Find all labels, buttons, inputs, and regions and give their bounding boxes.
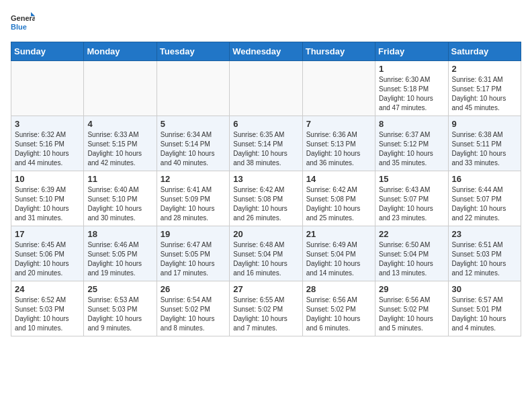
- calendar-day-cell: 30Sunrise: 6:57 AMSunset: 5:01 PMDayligh…: [448, 281, 521, 336]
- day-header-saturday: Saturday: [448, 42, 521, 61]
- calendar-day-cell: 23Sunrise: 6:51 AMSunset: 5:03 PMDayligh…: [448, 226, 521, 281]
- day-header-thursday: Thursday: [302, 42, 375, 61]
- calendar-day-cell: 12Sunrise: 6:41 AMSunset: 5:09 PMDayligh…: [157, 171, 229, 226]
- day-info: Sunrise: 6:55 AMSunset: 5:02 PMDaylight:…: [233, 295, 298, 333]
- day-header-wednesday: Wednesday: [230, 42, 302, 61]
- calendar-day-cell: [11, 61, 84, 116]
- day-info: Sunrise: 6:40 AMSunset: 5:10 PMDaylight:…: [87, 185, 152, 223]
- day-number: 5: [161, 119, 226, 129]
- day-info: Sunrise: 6:50 AMSunset: 5:04 PMDaylight:…: [379, 240, 444, 278]
- calendar-day-cell: 9Sunrise: 6:38 AMSunset: 5:11 PMDaylight…: [448, 116, 521, 171]
- day-info: Sunrise: 6:45 AMSunset: 5:06 PMDaylight:…: [15, 240, 80, 278]
- calendar-day-cell: 26Sunrise: 6:54 AMSunset: 5:02 PMDayligh…: [157, 281, 229, 336]
- day-number: 27: [233, 284, 298, 294]
- day-number: 14: [306, 174, 371, 184]
- day-info: Sunrise: 6:37 AMSunset: 5:12 PMDaylight:…: [379, 130, 444, 168]
- day-number: 4: [87, 119, 152, 129]
- calendar-day-cell: 22Sunrise: 6:50 AMSunset: 5:04 PMDayligh…: [375, 226, 448, 281]
- day-number: 15: [379, 174, 444, 184]
- day-info: Sunrise: 6:35 AMSunset: 5:14 PMDaylight:…: [233, 130, 298, 168]
- day-info: Sunrise: 6:42 AMSunset: 5:08 PMDaylight:…: [233, 185, 298, 223]
- calendar-day-cell: 29Sunrise: 6:56 AMSunset: 5:02 PMDayligh…: [375, 281, 448, 336]
- day-header-friday: Friday: [375, 42, 448, 61]
- day-number: 29: [379, 284, 444, 294]
- day-number: 6: [233, 119, 298, 129]
- calendar-week-row: 17Sunrise: 6:45 AMSunset: 5:06 PMDayligh…: [11, 226, 521, 281]
- day-number: 20: [233, 229, 298, 239]
- calendar-week-row: 10Sunrise: 6:39 AMSunset: 5:10 PMDayligh…: [11, 171, 521, 226]
- calendar-week-row: 24Sunrise: 6:52 AMSunset: 5:03 PMDayligh…: [11, 281, 521, 336]
- calendar-day-cell: 21Sunrise: 6:49 AMSunset: 5:04 PMDayligh…: [302, 226, 375, 281]
- day-info: Sunrise: 6:56 AMSunset: 5:02 PMDaylight:…: [306, 295, 371, 333]
- day-number: 22: [379, 229, 444, 239]
- day-number: 7: [306, 119, 371, 129]
- day-info: Sunrise: 6:31 AMSunset: 5:17 PMDaylight:…: [452, 75, 517, 113]
- day-number: 11: [87, 174, 152, 184]
- logo: General Blue: [11, 11, 35, 35]
- day-info: Sunrise: 6:46 AMSunset: 5:05 PMDaylight:…: [87, 240, 152, 278]
- day-info: Sunrise: 6:44 AMSunset: 5:07 PMDaylight:…: [452, 185, 517, 223]
- page-header: General Blue: [11, 11, 521, 35]
- day-info: Sunrise: 6:49 AMSunset: 5:04 PMDaylight:…: [306, 240, 371, 278]
- calendar-day-cell: 1Sunrise: 6:30 AMSunset: 5:18 PMDaylight…: [375, 61, 448, 116]
- day-number: 21: [306, 229, 371, 239]
- calendar-day-cell: [157, 61, 229, 116]
- day-info: Sunrise: 6:36 AMSunset: 5:13 PMDaylight:…: [306, 130, 371, 168]
- calendar-day-cell: 14Sunrise: 6:42 AMSunset: 5:08 PMDayligh…: [302, 171, 375, 226]
- day-info: Sunrise: 6:34 AMSunset: 5:14 PMDaylight:…: [161, 130, 226, 168]
- svg-text:Blue: Blue: [11, 23, 27, 31]
- day-number: 10: [15, 174, 80, 184]
- day-number: 3: [15, 119, 80, 129]
- day-number: 16: [452, 174, 517, 184]
- day-number: 24: [15, 284, 80, 294]
- calendar-day-cell: 25Sunrise: 6:53 AMSunset: 5:03 PMDayligh…: [84, 281, 157, 336]
- day-number: 18: [87, 229, 152, 239]
- calendar-table: SundayMondayTuesdayWednesdayThursdayFrid…: [11, 42, 521, 336]
- day-number: 19: [161, 229, 226, 239]
- calendar-day-cell: 11Sunrise: 6:40 AMSunset: 5:10 PMDayligh…: [84, 171, 157, 226]
- calendar-week-row: 1Sunrise: 6:30 AMSunset: 5:18 PMDaylight…: [11, 61, 521, 116]
- calendar-day-cell: 16Sunrise: 6:44 AMSunset: 5:07 PMDayligh…: [448, 171, 521, 226]
- day-info: Sunrise: 6:51 AMSunset: 5:03 PMDaylight:…: [452, 240, 517, 278]
- day-number: 2: [452, 64, 517, 74]
- day-info: Sunrise: 6:47 AMSunset: 5:05 PMDaylight:…: [161, 240, 226, 278]
- calendar-day-cell: 2Sunrise: 6:31 AMSunset: 5:17 PMDaylight…: [448, 61, 521, 116]
- calendar-day-cell: 17Sunrise: 6:45 AMSunset: 5:06 PMDayligh…: [11, 226, 84, 281]
- day-info: Sunrise: 6:53 AMSunset: 5:03 PMDaylight:…: [87, 295, 152, 333]
- day-number: 26: [161, 284, 226, 294]
- calendar-day-cell: [230, 61, 302, 116]
- day-header-monday: Monday: [84, 42, 157, 61]
- day-number: 13: [233, 174, 298, 184]
- calendar-day-cell: 4Sunrise: 6:33 AMSunset: 5:15 PMDaylight…: [84, 116, 157, 171]
- calendar-day-cell: [84, 61, 157, 116]
- day-number: 30: [452, 284, 517, 294]
- calendar-day-cell: 15Sunrise: 6:43 AMSunset: 5:07 PMDayligh…: [375, 171, 448, 226]
- day-number: 12: [161, 174, 226, 184]
- calendar-day-cell: 3Sunrise: 6:32 AMSunset: 5:16 PMDaylight…: [11, 116, 84, 171]
- day-number: 28: [306, 284, 371, 294]
- calendar-day-cell: 19Sunrise: 6:47 AMSunset: 5:05 PMDayligh…: [157, 226, 229, 281]
- calendar-day-cell: 13Sunrise: 6:42 AMSunset: 5:08 PMDayligh…: [230, 171, 302, 226]
- calendar-day-cell: [302, 61, 375, 116]
- day-info: Sunrise: 6:56 AMSunset: 5:02 PMDaylight:…: [379, 295, 444, 333]
- calendar-day-cell: 27Sunrise: 6:55 AMSunset: 5:02 PMDayligh…: [230, 281, 302, 336]
- day-info: Sunrise: 6:54 AMSunset: 5:02 PMDaylight:…: [161, 295, 226, 333]
- day-number: 17: [15, 229, 80, 239]
- day-info: Sunrise: 6:30 AMSunset: 5:18 PMDaylight:…: [379, 75, 444, 113]
- day-header-tuesday: Tuesday: [157, 42, 229, 61]
- calendar-day-cell: 18Sunrise: 6:46 AMSunset: 5:05 PMDayligh…: [84, 226, 157, 281]
- day-number: 23: [452, 229, 517, 239]
- day-info: Sunrise: 6:42 AMSunset: 5:08 PMDaylight:…: [306, 185, 371, 223]
- calendar-day-cell: 28Sunrise: 6:56 AMSunset: 5:02 PMDayligh…: [302, 281, 375, 336]
- day-number: 9: [452, 119, 517, 129]
- day-info: Sunrise: 6:41 AMSunset: 5:09 PMDaylight:…: [161, 185, 226, 223]
- day-number: 1: [379, 64, 444, 74]
- logo-svg: General Blue: [11, 11, 35, 35]
- day-number: 8: [379, 119, 444, 129]
- day-info: Sunrise: 6:43 AMSunset: 5:07 PMDaylight:…: [379, 185, 444, 223]
- day-info: Sunrise: 6:48 AMSunset: 5:04 PMDaylight:…: [233, 240, 298, 278]
- calendar-week-row: 3Sunrise: 6:32 AMSunset: 5:16 PMDaylight…: [11, 116, 521, 171]
- calendar-day-cell: 6Sunrise: 6:35 AMSunset: 5:14 PMDaylight…: [230, 116, 302, 171]
- calendar-day-cell: 7Sunrise: 6:36 AMSunset: 5:13 PMDaylight…: [302, 116, 375, 171]
- day-info: Sunrise: 6:38 AMSunset: 5:11 PMDaylight:…: [452, 130, 517, 168]
